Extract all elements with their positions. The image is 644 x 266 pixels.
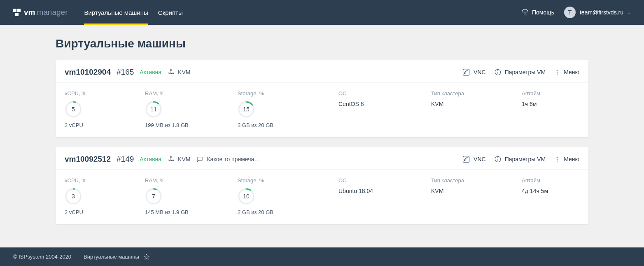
chevron-down-icon: ⌄ <box>628 10 631 15</box>
vm-id: #149 <box>117 155 134 164</box>
metric-sub: 2 GB из 20 GB <box>238 209 338 215</box>
cluster-value: KVM <box>431 101 522 107</box>
info-icon <box>494 155 502 163</box>
svg-rect-2 <box>15 13 19 16</box>
svg-point-29 <box>497 158 498 158</box>
metric-label: Аптайм <box>522 177 579 184</box>
params-button[interactable]: Параметры VM <box>494 68 546 76</box>
user-email: team@firstvds.ru <box>580 9 623 16</box>
vnc-button[interactable]: VNC <box>462 68 486 76</box>
metric-label: Аптайм <box>522 90 579 97</box>
uptime-value: 4д 14ч 5м <box>522 188 579 194</box>
svg-point-31 <box>557 159 558 160</box>
metric-label: ОС <box>338 90 431 97</box>
dots-vertical-icon <box>554 156 560 162</box>
svg-rect-1 <box>17 9 21 12</box>
vm-card-head: vm10102904 #165 Активна KVM VNC <box>56 60 588 82</box>
os-value: Ubuntu 18.04 <box>338 188 431 194</box>
ram-gauge: 7 <box>145 188 162 205</box>
ram-gauge: 11 <box>145 101 162 118</box>
user-menu[interactable]: T team@firstvds.ru ⌄ <box>564 7 631 18</box>
menu-label: Меню <box>564 69 579 75</box>
svg-marker-39 <box>144 254 149 259</box>
network-icon <box>167 155 175 163</box>
header: vmmanager Виртуальные машины Скрипты Пом… <box>0 0 644 25</box>
vcpu-gauge: 5 <box>65 101 82 118</box>
vm-card: vm10102904 #165 Активна KVM VNC <box>56 60 588 137</box>
vnc-label: VNC <box>474 156 486 162</box>
svg-point-32 <box>557 160 558 161</box>
star-icon[interactable] <box>143 254 150 260</box>
nav-tabs: Виртуальные машины Скрипты <box>84 0 182 25</box>
menu-button[interactable]: Меню <box>554 69 579 75</box>
svg-point-14 <box>557 73 558 74</box>
metric-label: RAM, % <box>145 177 238 184</box>
svg-point-13 <box>557 72 558 73</box>
svg-point-26 <box>464 160 465 161</box>
svg-point-22 <box>168 160 169 161</box>
footer: © ISPsystem 2004-2020 Виртуальные машины <box>0 247 644 266</box>
virt-group: KVM <box>167 155 190 163</box>
logo[interactable]: vmmanager <box>13 8 68 17</box>
svg-point-23 <box>173 160 174 161</box>
status-badge: Активна <box>140 156 161 162</box>
virt-label: KVM <box>178 69 190 75</box>
metric-sub: 199 MB из 1.8 GB <box>145 122 238 128</box>
svg-point-24 <box>170 160 172 161</box>
tab-scripts[interactable]: Скрипты <box>158 0 183 25</box>
vnc-label: VNC <box>474 69 486 75</box>
svg-rect-7 <box>463 69 469 75</box>
svg-point-4 <box>168 73 169 74</box>
metric-label: Тип кластера <box>431 177 522 184</box>
vm-id: #165 <box>117 68 134 77</box>
page-title: Виртуальные машины <box>56 37 588 50</box>
copyright: © ISPsystem 2004-2020 <box>13 254 71 260</box>
info-icon <box>494 68 502 76</box>
metric-label: Storage, % <box>238 90 338 97</box>
vcpu-gauge: 3 <box>65 188 82 205</box>
metric-label: Storage, % <box>238 177 338 184</box>
note-text: Какое то примеча… <box>207 156 260 162</box>
menu-label: Меню <box>564 156 579 162</box>
svg-point-5 <box>173 73 174 74</box>
comment-icon <box>196 155 203 163</box>
storage-gauge: 10 <box>238 188 255 205</box>
footer-section-link[interactable]: Виртуальные машины <box>84 254 150 260</box>
params-label: Параметры VM <box>505 156 546 162</box>
metric-sub: 3 GB из 20 GB <box>238 122 338 128</box>
help-link[interactable]: Помощь <box>521 9 554 16</box>
svg-rect-0 <box>13 9 16 12</box>
main: Виртуальные машины vm10102904 #165 Актив… <box>0 25 644 247</box>
svg-point-11 <box>497 71 498 71</box>
umbrella-icon <box>521 9 529 16</box>
svg-rect-25 <box>463 156 469 162</box>
svg-point-3 <box>170 69 172 71</box>
metric-label: RAM, % <box>145 90 238 97</box>
svg-point-12 <box>557 70 558 71</box>
logo-icon <box>13 9 21 16</box>
params-button[interactable]: Параметры VM <box>494 155 546 163</box>
metric-sub: 145 MB из 1.9 GB <box>145 209 238 215</box>
vm-name[interactable]: vm10092512 <box>65 155 111 164</box>
svg-point-8 <box>464 73 465 74</box>
menu-button[interactable]: Меню <box>554 156 579 162</box>
broadcast-icon <box>462 68 470 76</box>
virt-label: KVM <box>178 156 190 162</box>
note-group[interactable]: Какое то примеча… <box>196 155 260 163</box>
tab-vms[interactable]: Виртуальные машины <box>84 0 148 25</box>
virt-group: KVM <box>167 68 190 76</box>
cluster-value: KVM <box>431 188 522 194</box>
svg-point-6 <box>170 73 172 74</box>
metric-label: Тип кластера <box>431 90 522 97</box>
metric-label: vCPU, % <box>65 90 145 97</box>
metric-label: ОС <box>338 177 431 184</box>
vm-name[interactable]: vm10102904 <box>65 68 111 77</box>
avatar: T <box>564 7 576 18</box>
footer-section-label: Виртуальные машины <box>84 254 139 260</box>
params-label: Параметры VM <box>505 69 546 75</box>
metric-sub: 2 vCPU <box>65 209 145 215</box>
vnc-button[interactable]: VNC <box>462 155 486 163</box>
uptime-value: 1ч 6м <box>522 101 579 107</box>
svg-point-21 <box>170 156 172 158</box>
os-value: CentOS 8 <box>338 101 431 107</box>
